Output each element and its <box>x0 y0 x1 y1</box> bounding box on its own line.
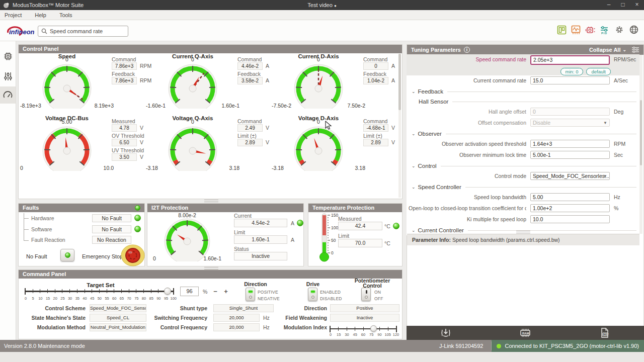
svg-text:1.60e-1: 1.60e-1 <box>203 255 221 261</box>
software-fault-led <box>134 226 141 232</box>
faults-status-led <box>135 205 140 211</box>
svg-text:50: 50 <box>331 238 336 243</box>
menu-project[interactable]: Project <box>5 12 22 18</box>
command-field-label: Direction <box>264 305 327 311</box>
tuning-resize-handle[interactable] <box>516 231 530 233</box>
svg-text:infineon: infineon <box>9 28 34 36</box>
gauge-icon <box>3 91 13 99</box>
tuning-param-input[interactable]: 15.0 <box>530 76 610 84</box>
oscilloscope-icon[interactable] <box>571 25 581 35</box>
gauge-info-label: Command <box>237 56 262 62</box>
gauge-info-label: Feedback <box>237 71 261 77</box>
tuning-param-unit: % <box>614 205 618 211</box>
language-globe-icon[interactable] <box>629 25 639 35</box>
svg-text:10.0: 10.0 <box>104 165 114 171</box>
csv-export-icon[interactable]: CSV <box>599 327 610 338</box>
filter-settings-icon[interactable] <box>631 46 639 53</box>
svg-text:0: 0 <box>317 56 320 62</box>
settings-gear-icon[interactable] <box>614 25 624 35</box>
no-fault-button[interactable] <box>60 249 74 261</box>
tuning-section-hall-sensor[interactable]: Hall Sensor <box>407 97 639 107</box>
pill-button[interactable]: min: 0 <box>560 68 584 75</box>
i2t-status-value: Inactive <box>234 252 287 260</box>
splitter-handle[interactable] <box>204 200 218 202</box>
tuning-section-observer[interactable]: ⌄Observer <box>407 129 639 139</box>
desktop-strip <box>0 352 644 362</box>
tuning-param-row: Control modeSpeed_Mode_FOC_Sensorles...▼ <box>407 171 639 182</box>
command-field-value: 20,000 <box>213 323 260 331</box>
tuning-section-speed-controller[interactable]: ⌄Speed Controller <box>407 182 639 192</box>
i2t-current-value: 4.54e-2 <box>234 219 287 227</box>
gauge-info-unit: A <box>266 77 269 83</box>
gauge-info-label: OV Threshold <box>112 133 144 139</box>
temperature-header: Temperature Protection <box>308 204 402 212</box>
gauge-voltage-d: 0-3.183.18 <box>271 118 366 173</box>
gauge-info-value: 4.46e-2 <box>237 62 263 70</box>
gauge-info-label: Command <box>363 56 387 62</box>
modulation-index-label: Modulation Index <box>282 324 327 330</box>
chip-icon <box>4 52 13 61</box>
tuning-param-row: Observer activation speed threshold1.64e… <box>407 139 639 150</box>
gauge-info-value: 3.58e-2 <box>237 77 263 84</box>
fault-row-value: No Fault <box>92 225 131 233</box>
target-set-label: Target Set <box>75 282 126 288</box>
target-value-input[interactable]: 96 <box>180 287 199 296</box>
tuning-param-input[interactable]: 10.0 <box>530 215 610 223</box>
svg-text:RAM: RAM <box>522 332 529 335</box>
chevron-down-icon: ▼ <box>603 120 607 127</box>
gauge-info-unit: A <box>391 77 395 83</box>
svg-text:CSV: CSV <box>603 333 609 336</box>
emergency-stop-button[interactable] <box>121 244 145 266</box>
tuning-param-input[interactable]: 5.00 <box>530 193 610 201</box>
fault-tree-stub <box>24 229 29 230</box>
target-decrement-button[interactable]: − <box>211 288 219 296</box>
tuning-section-control[interactable]: ⌄Control <box>407 161 639 171</box>
gauge-voltage-dc: 5.00010.0 <box>19 118 115 173</box>
collapse-all-button[interactable]: Collapse All <box>589 45 621 55</box>
pill-button[interactable]: default <box>586 68 611 75</box>
connection-status: Connected to KIT_PSC3M5_2GO (motor-ctrl-… <box>492 340 644 352</box>
control-panel-scrollbar[interactable] <box>398 54 401 198</box>
command-field-value: Neutral_Point_Modulation <box>90 323 146 331</box>
pid-tuner-icon[interactable]: PID <box>600 25 610 35</box>
menu-help[interactable]: Help <box>35 12 46 18</box>
search-field[interactable]: Speed command rate <box>38 26 128 37</box>
tuning-param-input[interactable]: 0 <box>530 108 610 116</box>
tuning-param-input[interactable]: 1.64e+3 <box>530 140 610 148</box>
gauge-info-value: 1.04e-2 <box>363 77 388 84</box>
potentiometer-toggle[interactable] <box>361 288 371 301</box>
tuning-param-input[interactable]: 2.05e+3 <box>530 55 610 65</box>
gauge-info-label: Measured <box>112 118 135 124</box>
gauge-info-unit: A <box>391 63 395 69</box>
tuning-param-label: Observer activation speed threshold <box>409 141 526 147</box>
modulation-slider-thumb[interactable] <box>370 325 377 332</box>
flash-download-icon[interactable] <box>440 327 451 338</box>
fault-tree-stub <box>24 240 29 241</box>
gauge-info-value: -4.68e-1 <box>363 124 388 132</box>
gauge-current-q: 0-1.60e-11.60e-1 <box>145 55 240 111</box>
sidebar-item-tuning[interactable] <box>0 68 16 85</box>
target-increment-button[interactable]: + <box>222 288 230 296</box>
i2t-field-label: Current <box>234 213 252 219</box>
dashboard-icon[interactable] <box>557 25 567 35</box>
tuning-param-input[interactable]: 5.00e-1 <box>530 151 610 159</box>
svg-text:0: 0 <box>191 56 194 62</box>
menu-tools[interactable]: Tools <box>59 12 72 18</box>
drive-toggle[interactable] <box>308 288 317 301</box>
tuning-param-input[interactable]: Disable▼ <box>530 119 610 127</box>
ram-icon[interactable]: RAM <box>519 327 531 338</box>
tuning-param-input[interactable]: Speed_Mode_FOC_Sensorles...▼ <box>530 172 610 180</box>
motor-icon[interactable] <box>585 25 595 35</box>
direction-toggle[interactable] <box>246 288 255 301</box>
version-label: Version 2.8.0 Maintenance mode <box>4 343 85 349</box>
tuning-section-feedback[interactable]: ⌄Feedback <box>407 86 639 97</box>
tuning-param-input[interactable]: 1.00e+2 <box>530 204 610 212</box>
no-fault-button-led <box>65 252 70 258</box>
tuning-scrollbar[interactable] <box>639 55 642 234</box>
gauge-info-label: Command <box>237 118 262 124</box>
sidebar-item-hardware[interactable] <box>0 48 16 65</box>
info-icon[interactable]: i <box>464 47 470 53</box>
gauge-info-value: 2.89 <box>237 139 263 146</box>
sidebar-item-dashboard[interactable] <box>0 86 16 104</box>
command-field-value: Speed_Mode_FOC_Sensorl <box>90 304 146 312</box>
